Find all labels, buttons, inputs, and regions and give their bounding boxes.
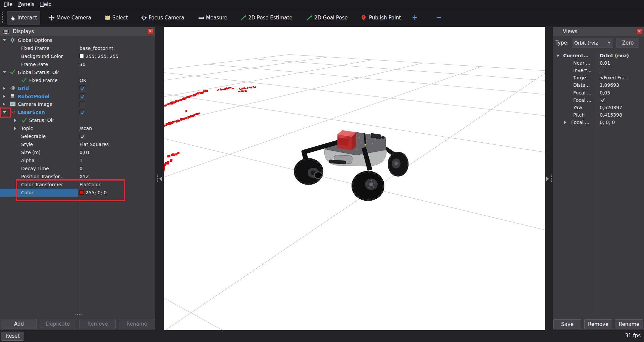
display-row[interactable]: StyleFlat Squares xyxy=(0,140,155,148)
tool-interact[interactable]: Interact xyxy=(7,11,40,24)
row-value[interactable]: 0,05 xyxy=(600,90,610,95)
row-value[interactable]: /scan xyxy=(79,126,92,131)
view-property-row[interactable]: Near ...0,01 xyxy=(553,59,644,67)
row-value[interactable]: 30 xyxy=(79,62,86,67)
views-close-button[interactable]: ✕ xyxy=(636,28,642,35)
display-row[interactable]: Topic/scan xyxy=(0,124,155,132)
tool-2d-goal-pose[interactable]: 2D Goal Pose xyxy=(307,9,348,26)
zero-button[interactable]: Zero xyxy=(616,38,639,48)
remove-button[interactable]: Remove xyxy=(79,319,116,329)
expand-arrow[interactable] xyxy=(3,71,6,73)
display-row[interactable]: Color TransformerFlatColor xyxy=(0,181,155,189)
row-value[interactable]: XYZ xyxy=(79,174,89,179)
expand-arrow[interactable] xyxy=(14,127,16,130)
row-value[interactable]: 255; 0; 0 xyxy=(86,190,107,195)
display-row[interactable]: Size (m)0,01 xyxy=(0,148,155,156)
add-tool-button[interactable]: + xyxy=(412,13,418,21)
view-property-row[interactable]: Targe...<Fixed Fra... xyxy=(553,74,644,81)
expand-arrow[interactable] xyxy=(564,121,567,124)
reset-button[interactable]: Reset xyxy=(1,332,24,341)
remove-button[interactable]: Remove xyxy=(584,319,612,329)
color-swatch[interactable] xyxy=(79,54,84,58)
display-row[interactable]: Position Transfor...XYZ xyxy=(0,173,155,181)
display-row[interactable]: Selectable xyxy=(0,132,155,140)
3d-viewport[interactable] xyxy=(164,27,545,330)
row-value[interactable]: FlatColor xyxy=(79,182,101,187)
display-row[interactable]: Alpha1 xyxy=(0,156,155,164)
rename-button[interactable]: Rename xyxy=(119,319,155,329)
row-value[interactable]: 255; 255; 255 xyxy=(86,54,119,59)
display-row[interactable]: RobotModel xyxy=(0,92,155,100)
tool-publish-point[interactable]: Publish Point xyxy=(361,9,401,26)
checkbox[interactable] xyxy=(79,93,85,99)
expand-arrow[interactable] xyxy=(556,55,559,57)
menu-help[interactable]: Help xyxy=(40,1,51,7)
view-property-row[interactable]: Pitch0,415398 xyxy=(553,111,644,119)
view-property-row[interactable]: Focal ... xyxy=(553,96,644,104)
row-value[interactable]: 0,520397 xyxy=(600,105,622,110)
row-value[interactable]: 1,89693 xyxy=(600,82,619,88)
display-row[interactable]: Global Options xyxy=(0,36,155,44)
row-value[interactable]: 0,01 xyxy=(600,60,610,66)
row-value[interactable]: 0 xyxy=(79,166,83,171)
expand-arrow[interactable] xyxy=(3,111,6,114)
left-splitter-handle[interactable] xyxy=(157,174,159,183)
display-row[interactable]: LaserScan xyxy=(0,108,155,116)
view-property-row[interactable]: Focal ...0,05 xyxy=(553,89,644,96)
collapse-left-panel-icon[interactable] xyxy=(159,177,162,181)
view-property-row[interactable]: Current...Orbit (rviz) xyxy=(553,52,644,59)
tool-select[interactable]: Select xyxy=(105,9,128,26)
expand-arrow[interactable] xyxy=(3,95,5,98)
display-row[interactable]: Background Color255; 255; 255 xyxy=(0,52,155,60)
checkbox[interactable] xyxy=(79,85,85,91)
row-value[interactable]: <Fixed Fra... xyxy=(600,75,629,80)
view-property-row[interactable]: Invert... xyxy=(553,67,644,74)
tool-measure[interactable]: Measure xyxy=(198,9,227,26)
checkbox[interactable] xyxy=(79,110,85,115)
rename-button[interactable]: Rename xyxy=(615,319,643,329)
checkbox[interactable] xyxy=(600,68,605,73)
display-row[interactable]: Fixed Framebase_footprint xyxy=(0,44,155,52)
row-value[interactable]: 0,415398 xyxy=(600,112,622,118)
row-value[interactable]: Orbit (rviz) xyxy=(600,53,629,58)
view-property-row[interactable]: Yaw0,520397 xyxy=(553,104,644,111)
duplicate-button[interactable]: Duplicate xyxy=(40,319,76,329)
menu-file[interactable]: File xyxy=(4,1,12,7)
row-value[interactable]: base_footprint xyxy=(79,46,113,51)
checkbox[interactable] xyxy=(79,101,85,107)
display-row[interactable]: Grid xyxy=(0,84,155,92)
tool-2d-pose-estimate[interactable]: 2D Pose Estimate xyxy=(240,9,292,26)
checkbox[interactable] xyxy=(79,134,85,139)
view-property-row[interactable]: Dista...1,89693 xyxy=(553,81,644,89)
tool-focus-camera[interactable]: Focus Camera xyxy=(141,9,184,26)
display-row[interactable]: Color255; 0; 0 xyxy=(0,189,155,197)
menu-panels[interactable]: Panels xyxy=(18,1,34,7)
save-button[interactable]: Save xyxy=(553,319,581,329)
add-button[interactable]: Add xyxy=(1,319,37,329)
display-row[interactable]: Camera Image xyxy=(0,100,155,109)
display-row[interactable]: Fixed FrameOK xyxy=(0,76,155,84)
row-value[interactable]: OK xyxy=(79,78,86,83)
toolbar-drag-handle[interactable] xyxy=(2,12,4,23)
row-value[interactable]: 0,01 xyxy=(79,150,90,155)
remove-tool-button[interactable]: − xyxy=(436,13,442,21)
expand-arrow[interactable] xyxy=(3,102,5,106)
displays-close-button[interactable]: ✕ xyxy=(147,28,153,35)
expand-arrow[interactable] xyxy=(14,119,16,122)
collapse-right-panel-icon[interactable] xyxy=(546,177,549,181)
display-row[interactable]: Frame Rate30 xyxy=(0,60,155,68)
tool-move-camera[interactable]: Move Camera xyxy=(49,9,91,26)
expand-arrow[interactable] xyxy=(3,87,5,90)
display-row[interactable]: Status: Ok xyxy=(0,116,155,124)
color-swatch[interactable] xyxy=(79,190,84,195)
view-type-dropdown[interactable]: Orbit (rviz xyxy=(572,38,613,48)
right-splitter-handle[interactable] xyxy=(551,174,553,183)
panel-splitter-handle[interactable] xyxy=(75,314,82,315)
view-property-row[interactable]: Focal ...0; 0; 0 xyxy=(553,119,644,126)
expand-arrow[interactable] xyxy=(3,39,6,41)
checkbox[interactable] xyxy=(600,97,605,103)
row-value[interactable]: 1 xyxy=(79,158,83,163)
row-value[interactable]: 0; 0; 0 xyxy=(600,120,615,125)
display-row[interactable]: Decay Time0 xyxy=(0,164,155,173)
row-value[interactable]: Flat Squares xyxy=(79,142,109,147)
